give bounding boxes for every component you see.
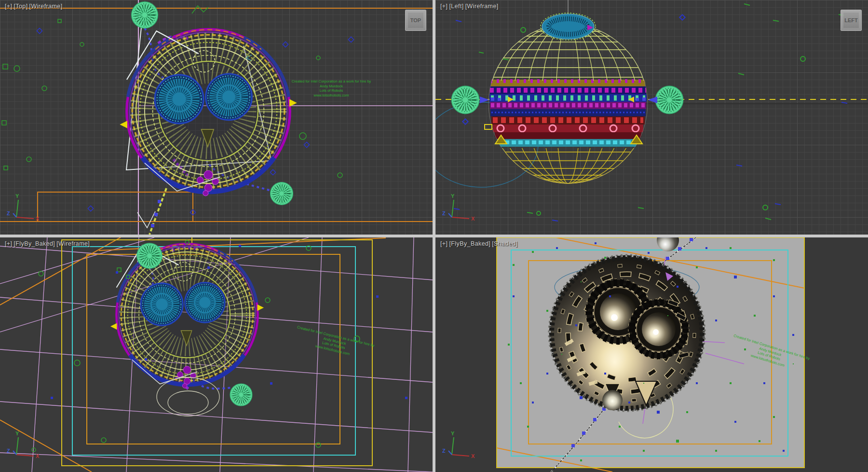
axis-x-label: X bbox=[36, 453, 40, 459]
mini-sphere-bottom bbox=[602, 390, 623, 410]
scene-flyby-wireframe: X Y Z bbox=[0, 237, 433, 472]
green-sphere-top bbox=[132, 2, 158, 28]
axis-gizmo: X Y Z bbox=[7, 430, 40, 459]
viewport-view-button[interactable]: [Left] bbox=[449, 3, 463, 10]
viewport-mode-button[interactable]: [Wireframe] bbox=[56, 240, 90, 247]
axis-y-label: Y bbox=[451, 193, 455, 199]
viewport-flyby-wireframe[interactable]: X Y Z [+] [FlyBy_Baked] [Wireframe] Crea… bbox=[0, 237, 433, 472]
axis-x-label: X bbox=[471, 216, 475, 222]
owl-model-wireframe bbox=[110, 244, 264, 389]
viewcube-top[interactable]: TOP bbox=[405, 10, 426, 31]
axis-y-label: Y bbox=[15, 430, 19, 436]
axis-z-label: Z bbox=[442, 448, 446, 454]
green-sphere-left bbox=[451, 86, 479, 113]
viewport-grid: X Y Z [+] [Top] [Wireframe] TOP Created … bbox=[0, 0, 868, 472]
viewcube-face-label: LEFT bbox=[844, 17, 858, 23]
axis-y-label: Y bbox=[15, 193, 19, 199]
viewport-label: [+] [FlyBy_Baked] [Shaded] bbox=[440, 240, 518, 247]
green-sphere-bottom bbox=[271, 182, 293, 205]
green-sphere-right bbox=[655, 86, 683, 113]
axis-x-label: X bbox=[471, 453, 475, 459]
axis-gizmo: X Y Z bbox=[7, 193, 40, 222]
viewport-mode-button[interactable]: [Shaded] bbox=[492, 240, 517, 247]
axis-z-label: Z bbox=[7, 210, 10, 216]
viewport-view-button[interactable]: [Top] bbox=[14, 3, 27, 10]
axis-y-label: Y bbox=[451, 430, 455, 436]
owl-model-wireframe bbox=[120, 29, 297, 196]
viewport-left-view[interactable]: X Y Z [+] [Left] [Wireframe] LEFT bbox=[435, 0, 868, 235]
viewcube-face-label: TOP bbox=[410, 17, 421, 23]
viewport-menu-button[interactable]: [+] bbox=[5, 3, 12, 10]
viewport-mode-button[interactable]: [Wireframe] bbox=[465, 3, 499, 10]
viewport-menu-button[interactable]: [+] bbox=[440, 240, 448, 247]
axis-z-label: Z bbox=[442, 210, 446, 216]
viewport-menu-button[interactable]: [+] bbox=[440, 3, 448, 10]
axis-gizmo: X Y Z bbox=[442, 430, 475, 459]
green-sphere-bottom bbox=[230, 384, 252, 406]
viewport-top-view[interactable]: X Y Z [+] [Top] [Wireframe] TOP Created … bbox=[0, 0, 433, 235]
viewport-mode-button[interactable]: [Wireframe] bbox=[29, 3, 63, 10]
scene-left-wireframe: X Y Z bbox=[435, 0, 868, 235]
green-sphere-top bbox=[137, 243, 162, 268]
viewcube-left[interactable]: LEFT bbox=[841, 10, 862, 31]
viewport-label: [+] [Left] [Wireframe] bbox=[440, 3, 499, 10]
axis-z-label: Z bbox=[7, 448, 10, 454]
viewport-view-button[interactable]: [FlyBy_Baked] bbox=[14, 240, 55, 247]
scene-flyby-shaded: X Y Z bbox=[435, 237, 868, 472]
viewport-view-button[interactable]: [FlyBy_Baked] bbox=[449, 240, 490, 247]
viewport-menu-button[interactable]: [+] bbox=[5, 240, 12, 247]
owl-model-left-view bbox=[488, 13, 648, 183]
viewport-label: [+] [FlyBy_Baked] [Wireframe] bbox=[5, 240, 90, 247]
axis-x-label: X bbox=[36, 216, 40, 222]
viewport-flyby-shaded[interactable]: X Y Z [+] [FlyBy_Baked] [Shaded] Created… bbox=[435, 237, 868, 472]
scene-top-wireframe: X Y Z bbox=[0, 0, 433, 235]
viewport-label: [+] [Top] [Wireframe] bbox=[5, 3, 63, 10]
axis-gizmo: X Y Z bbox=[442, 193, 475, 222]
